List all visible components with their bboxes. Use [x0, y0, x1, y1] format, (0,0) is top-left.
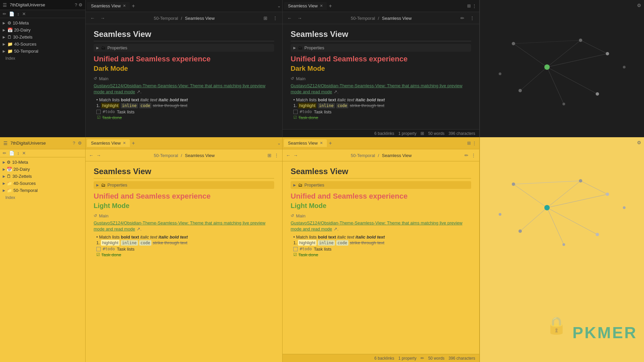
edit-icon-4[interactable]: ✏ [464, 153, 468, 158]
tab-seamless-3[interactable]: Seamless View ✕ [87, 139, 130, 147]
todo-checkbox-3[interactable] [96, 247, 101, 251]
more-icon-2[interactable]: ⋮ [471, 3, 478, 8]
tab-close-icon-2[interactable]: ✕ [320, 4, 323, 8]
calendar-icon: 📅 [7, 28, 13, 33]
sidebar-light: ☰ 7thDigitalUniverse ? ⚙ ✏ 📄 ↕ ✕ ▶ ⚙ 10-… [0, 137, 86, 362]
tab-seamless-view-2[interactable]: Seamless View ✕ [284, 2, 327, 10]
tab-close-icon-4[interactable]: ✕ [320, 141, 323, 145]
nav-item-50temporal[interactable]: ▶ 📁 50-Temporal [0, 48, 85, 55]
backlinks-count[interactable]: 6 backlinks [375, 131, 394, 136]
back-btn-2[interactable]: ← [286, 15, 293, 21]
todo-checkbox[interactable] [96, 110, 101, 114]
svg-line-7 [513, 40, 581, 44]
edit-icon-status[interactable]: ✏ [420, 356, 424, 361]
nav-item-20dairy[interactable]: ▶ 📅 20-Dairy [0, 27, 85, 34]
svg-line-5 [547, 67, 564, 104]
split-view-icon-2[interactable]: ⊞ [467, 141, 471, 146]
editor-toolbar-bottom-left: ← → 50-Temporal / Seamless View ⊞ ⋮ [86, 149, 282, 161]
svg-point-12 [596, 92, 599, 96]
nav-item-40sources-light[interactable]: ▶ 📁 40-Sources [0, 180, 85, 187]
todo-checkbox-4[interactable] [293, 247, 298, 251]
tab-seamless-4[interactable]: Seamless View ✕ [284, 139, 327, 147]
more-options-icon-3[interactable]: ⋮ [274, 153, 279, 158]
new-note-icon-light[interactable]: 📄 [9, 151, 14, 156]
nav-item-20dairy-light[interactable]: ▶ 📅 20-Dairy [0, 166, 85, 173]
page-title-top-right: Seamless View [291, 30, 471, 41]
done-row: ☑ Task done [96, 115, 274, 120]
reset-icon: ↺ [94, 76, 97, 81]
todo-checkbox-2[interactable] [293, 110, 298, 114]
forward-btn-3[interactable]: → [96, 153, 101, 158]
status-bar-top: 6 backlinks 1 property ⊞ 50 words 396 ch… [283, 129, 479, 137]
tab-close-icon[interactable]: ✕ [123, 4, 126, 8]
properties-row-top-left[interactable]: ▶ 🗂 Properties [94, 44, 274, 52]
more-icon-5[interactable]: ⋮ [471, 153, 476, 158]
nav-item-10meta-light[interactable]: ▶ ⚙ 10-Meta [0, 159, 85, 166]
nav-item-40sources[interactable]: ▶ 📁 40-Sources [0, 41, 85, 48]
tab-more-icon-3[interactable]: ⌄ [277, 141, 281, 146]
reading-view-icon-3[interactable]: ⊞ [267, 153, 271, 158]
properties-row-bottom-left[interactable]: ▶ 🗂 Properties [94, 181, 274, 189]
back-btn-3[interactable]: ← [89, 153, 94, 158]
nav-item-10meta[interactable]: ▶ ⚙ 10-Meta [0, 19, 85, 27]
char-count-bottom: 396 characters [449, 356, 475, 361]
property-count[interactable]: 1 property [398, 131, 416, 136]
main-link[interactable]: GustavoSZ124/Obsidian-Theme-Seamless-Vie… [94, 83, 265, 94]
breadcrumb-top-right: 50-Temporal / Seamless View [306, 15, 456, 21]
forward-btn-2[interactable]: → [296, 15, 303, 21]
note-icon: 🗒 [7, 35, 12, 40]
forward-btn-4[interactable]: → [293, 153, 298, 158]
add-tab-icon-2[interactable]: + [327, 3, 334, 9]
graph-panel-bottom: ⚙ PKMER 🔒 [480, 137, 644, 362]
properties-row-top-right[interactable]: ▶ 🗂 Properties [291, 44, 471, 52]
split-view-icon[interactable]: ⊞ [467, 3, 471, 8]
help-icon-light[interactable]: ? [73, 141, 75, 146]
status-bar-bottom: 6 backlinks 1 property ✏ 50 words 396 ch… [283, 354, 479, 362]
word-count-bottom: 50 words [428, 356, 445, 361]
nav-item-50temporal-light[interactable]: ▶ 📁 50-Temporal [0, 187, 85, 194]
sidebar-expand-icon[interactable]: ☰ [3, 2, 7, 8]
property-count-bottom[interactable]: 1 property [398, 356, 416, 361]
tab-bar-top-right: Seamless View ✕ + ⊞ ⋮ [283, 0, 479, 12]
nav-item-30zettels[interactable]: ▶ 🗒 30-Zettels [0, 34, 85, 41]
edit-icon[interactable]: ✏ [3, 11, 6, 16]
tab-more-icon[interactable]: ⌄ [277, 3, 281, 8]
sort-icon[interactable]: ↕ [17, 11, 19, 16]
add-tab-icon[interactable]: + [130, 3, 137, 9]
more-icon-3[interactable]: ⋮ [468, 15, 476, 21]
back-btn[interactable]: ← [89, 15, 96, 21]
back-btn-4[interactable]: ← [286, 153, 291, 158]
backlinks-count-bottom[interactable]: 6 backlinks [375, 356, 394, 361]
reading-view-icon[interactable]: ⊞ [262, 15, 269, 21]
svg-point-11 [606, 52, 609, 55]
heading-unified-3: Unified and Seamless experience [94, 192, 274, 201]
svg-point-9 [512, 42, 515, 45]
close-sidebar-icon-light[interactable]: ✕ [22, 151, 26, 156]
more-options-icon[interactable]: ⋮ [271, 15, 279, 21]
edit-icon-2[interactable]: ✏ [459, 15, 466, 21]
more-icon-4[interactable]: ⋮ [471, 141, 478, 146]
help-icon[interactable]: ? [75, 2, 77, 7]
svg-point-14 [562, 103, 565, 105]
close-sidebar-icon[interactable]: ✕ [22, 11, 26, 16]
graph-svg-bottom [480, 137, 644, 362]
settings-icon[interactable]: ⚙ [79, 2, 83, 7]
settings-icon-light[interactable]: ⚙ [78, 141, 82, 146]
bullet-item-1: • Match lists bold text italic text ital… [96, 97, 274, 102]
tab-close-icon-3[interactable]: ✕ [123, 141, 126, 145]
sort-icon-light[interactable]: ↕ [17, 151, 19, 156]
nav-item-30zettels-light[interactable]: ▶ 🗒 30-Zettels [0, 173, 85, 180]
numbered-item-1: 1. highlight inline code strike through … [96, 103, 274, 108]
add-tab-icon-3[interactable]: + [130, 140, 137, 146]
tab-seamless-view-1[interactable]: Seamless View ✕ [87, 2, 130, 10]
reading-mode-icon[interactable]: ⊞ [420, 131, 424, 136]
breadcrumb-bottom-left: 50-Temporal / Seamless View [104, 152, 265, 158]
add-tab-icon-4[interactable]: + [327, 140, 334, 146]
svg-line-0 [513, 44, 547, 67]
sidebar-header-light: ☰ 7thDigitalUniverse ? ⚙ [0, 137, 85, 149]
edit-icon-light[interactable]: ✏ [3, 151, 6, 156]
properties-row-bottom-right[interactable]: ▶ 🗂 Properties [291, 181, 471, 189]
sidebar-expand-icon-light[interactable]: ☰ [3, 141, 8, 146]
forward-btn[interactable]: → [99, 15, 106, 21]
new-note-icon[interactable]: 📄 [9, 11, 14, 16]
